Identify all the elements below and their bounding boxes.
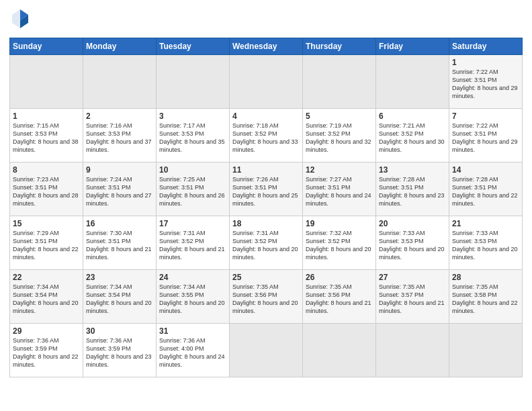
day-info: Sunrise: 7:35 AMSunset: 3:56 PMDaylight:…: [232, 283, 300, 316]
day-info: Sunrise: 7:15 AMSunset: 3:53 PMDaylight:…: [13, 122, 80, 154]
day-info: Sunrise: 7:27 AMSunset: 3:51 PMDaylight:…: [306, 175, 373, 208]
day-number: 1: [13, 111, 80, 121]
day-number: 22: [13, 273, 80, 282]
day-cell: [157, 55, 230, 109]
day-number: 13: [379, 165, 446, 175]
day-cell: 29Sunrise: 7:36 AMSunset: 3:59 PMDayligh…: [10, 324, 83, 377]
day-number: 19: [306, 219, 373, 228]
day-number: 27: [379, 273, 446, 282]
day-number: 30: [86, 326, 153, 336]
day-info: Sunrise: 7:31 AMSunset: 3:52 PMDaylight:…: [159, 229, 226, 262]
day-cell: [303, 55, 376, 109]
day-cell: 6Sunrise: 7:21 AMSunset: 3:52 PMDaylight…: [376, 109, 449, 163]
day-number: 6: [379, 111, 446, 121]
day-number: 23: [86, 273, 153, 282]
day-cell: 25Sunrise: 7:35 AMSunset: 3:56 PMDayligh…: [230, 270, 303, 324]
day-info: Sunrise: 7:35 AMSunset: 3:56 PMDaylight:…: [306, 283, 373, 316]
day-cell: 3Sunrise: 7:17 AMSunset: 3:53 PMDaylight…: [157, 109, 230, 163]
day-info: Sunrise: 7:24 AMSunset: 3:51 PMDaylight:…: [86, 175, 153, 208]
day-number: 12: [306, 165, 373, 175]
day-info: Sunrise: 7:21 AMSunset: 3:52 PMDaylight:…: [379, 122, 446, 154]
day-info: Sunrise: 7:33 AMSunset: 3:53 PMDaylight:…: [452, 229, 519, 262]
day-info: Sunrise: 7:32 AMSunset: 3:52 PMDaylight:…: [306, 229, 373, 262]
day-number: 8: [13, 165, 80, 175]
day-info: Sunrise: 7:26 AMSunset: 3:51 PMDaylight:…: [232, 175, 300, 208]
header-cell-thursday: Thursday: [303, 38, 376, 55]
header-row: SundayMondayTuesdayWednesdayThursdayFrid…: [10, 38, 523, 55]
day-info: Sunrise: 7:28 AMSunset: 3:51 PMDaylight:…: [379, 175, 446, 208]
day-cell: 14Sunrise: 7:28 AMSunset: 3:51 PMDayligh…: [449, 163, 523, 216]
day-info: Sunrise: 7:36 AMSunset: 3:59 PMDaylight:…: [86, 336, 153, 369]
day-cell: 4Sunrise: 7:18 AMSunset: 3:52 PMDaylight…: [230, 109, 303, 163]
day-cell: [376, 324, 449, 377]
day-number: 28: [452, 273, 519, 282]
day-number: 16: [86, 219, 153, 228]
day-cell: [230, 55, 303, 109]
header-cell-tuesday: Tuesday: [157, 38, 230, 55]
header: [9, 8, 523, 32]
day-cell: 24Sunrise: 7:34 AMSunset: 3:55 PMDayligh…: [157, 270, 230, 324]
day-number: 17: [159, 219, 226, 228]
day-info: Sunrise: 7:22 AMSunset: 3:51 PMDaylight:…: [452, 68, 519, 101]
day-number: 26: [306, 273, 373, 282]
day-info: Sunrise: 7:25 AMSunset: 3:51 PMDaylight:…: [159, 175, 226, 208]
day-cell: 5Sunrise: 7:19 AMSunset: 3:52 PMDaylight…: [303, 109, 376, 163]
day-cell: 18Sunrise: 7:31 AMSunset: 3:52 PMDayligh…: [230, 216, 303, 270]
day-number: 21: [452, 219, 519, 228]
day-cell: 13Sunrise: 7:28 AMSunset: 3:51 PMDayligh…: [376, 163, 449, 216]
day-cell: 22Sunrise: 7:34 AMSunset: 3:54 PMDayligh…: [10, 270, 83, 324]
day-info: Sunrise: 7:22 AMSunset: 3:51 PMDaylight:…: [452, 122, 519, 154]
day-cell: 23Sunrise: 7:34 AMSunset: 3:54 PMDayligh…: [83, 270, 157, 324]
day-cell: 11Sunrise: 7:26 AMSunset: 3:51 PMDayligh…: [230, 163, 303, 216]
week-row-4: 15Sunrise: 7:29 AMSunset: 3:51 PMDayligh…: [10, 216, 523, 270]
day-cell: [10, 55, 83, 109]
day-number: 7: [452, 111, 519, 121]
day-number: 31: [159, 326, 226, 336]
day-number: 15: [13, 219, 80, 228]
week-row-3: 8Sunrise: 7:23 AMSunset: 3:51 PMDaylight…: [10, 163, 523, 216]
day-info: Sunrise: 7:34 AMSunset: 3:55 PMDaylight:…: [159, 283, 226, 316]
day-cell: 31Sunrise: 7:36 AMSunset: 4:00 PMDayligh…: [157, 324, 230, 377]
day-number: 24: [159, 273, 226, 282]
week-row-2: 1Sunrise: 7:15 AMSunset: 3:53 PMDaylight…: [10, 109, 523, 163]
calendar-body: 1Sunrise: 7:22 AMSunset: 3:51 PMDaylight…: [10, 55, 523, 377]
day-cell: 20Sunrise: 7:33 AMSunset: 3:53 PMDayligh…: [376, 216, 449, 270]
header-cell-sunday: Sunday: [10, 38, 83, 55]
day-info: Sunrise: 7:19 AMSunset: 3:52 PMDaylight:…: [306, 122, 373, 154]
day-number: 14: [452, 165, 519, 175]
day-info: Sunrise: 7:35 AMSunset: 3:57 PMDaylight:…: [379, 283, 446, 316]
day-number: 20: [379, 219, 446, 228]
day-info: Sunrise: 7:29 AMSunset: 3:51 PMDaylight:…: [13, 229, 80, 262]
day-cell: 8Sunrise: 7:23 AMSunset: 3:51 PMDaylight…: [10, 163, 83, 216]
day-cell: [376, 55, 449, 109]
day-cell: 26Sunrise: 7:35 AMSunset: 3:56 PMDayligh…: [303, 270, 376, 324]
day-cell: 21Sunrise: 7:33 AMSunset: 3:53 PMDayligh…: [449, 216, 523, 270]
logo-icon: [9, 8, 31, 30]
day-cell: 1Sunrise: 7:15 AMSunset: 3:53 PMDaylight…: [10, 109, 83, 163]
week-row-5: 22Sunrise: 7:34 AMSunset: 3:54 PMDayligh…: [10, 270, 523, 324]
day-info: Sunrise: 7:36 AMSunset: 4:00 PMDaylight:…: [159, 336, 226, 369]
day-info: Sunrise: 7:34 AMSunset: 3:54 PMDaylight:…: [86, 283, 153, 316]
day-cell: 1Sunrise: 7:22 AMSunset: 3:51 PMDaylight…: [449, 55, 523, 109]
day-info: Sunrise: 7:30 AMSunset: 3:51 PMDaylight:…: [86, 229, 153, 262]
day-number: 25: [232, 273, 300, 282]
day-info: Sunrise: 7:17 AMSunset: 3:53 PMDaylight:…: [159, 122, 226, 154]
week-row-1: 1Sunrise: 7:22 AMSunset: 3:51 PMDaylight…: [10, 55, 523, 109]
day-cell: 27Sunrise: 7:35 AMSunset: 3:57 PMDayligh…: [376, 270, 449, 324]
day-info: Sunrise: 7:36 AMSunset: 3:59 PMDaylight:…: [13, 336, 80, 369]
day-number: 5: [306, 111, 373, 121]
day-number: 10: [159, 165, 226, 175]
day-number: 9: [86, 165, 153, 175]
day-cell: [230, 324, 303, 377]
day-number: 3: [159, 111, 226, 121]
day-cell: 2Sunrise: 7:16 AMSunset: 3:53 PMDaylight…: [83, 109, 157, 163]
header-cell-monday: Monday: [83, 38, 157, 55]
day-cell: 30Sunrise: 7:36 AMSunset: 3:59 PMDayligh…: [83, 324, 157, 377]
header-cell-friday: Friday: [376, 38, 449, 55]
day-info: Sunrise: 7:34 AMSunset: 3:54 PMDaylight:…: [13, 283, 80, 316]
day-info: Sunrise: 7:18 AMSunset: 3:52 PMDaylight:…: [232, 122, 300, 154]
day-info: Sunrise: 7:28 AMSunset: 3:51 PMDaylight:…: [452, 175, 519, 208]
day-cell: 19Sunrise: 7:32 AMSunset: 3:52 PMDayligh…: [303, 216, 376, 270]
calendar-table: SundayMondayTuesdayWednesdayThursdayFrid…: [9, 38, 523, 377]
day-info: Sunrise: 7:35 AMSunset: 3:58 PMDaylight:…: [452, 283, 519, 316]
